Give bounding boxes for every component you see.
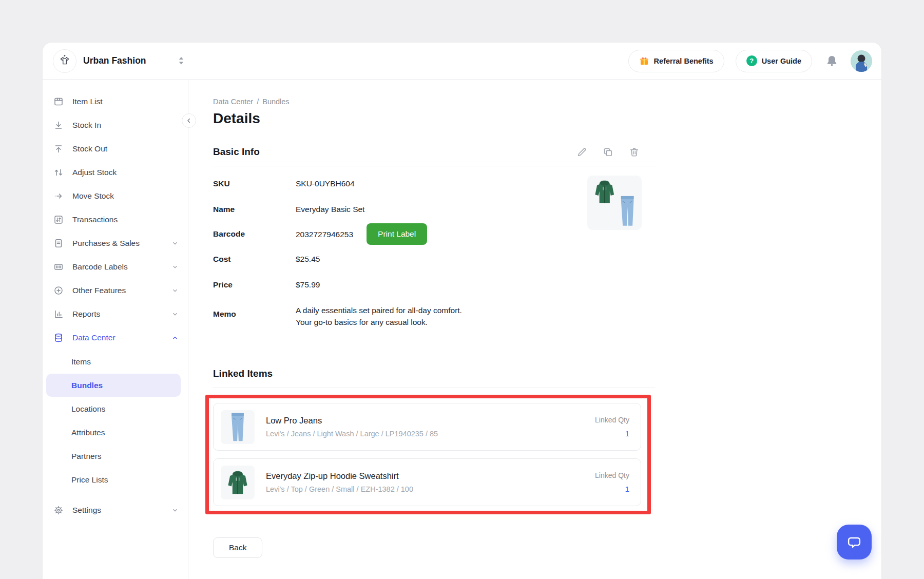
barcode-icon [53,262,64,272]
back-button[interactable]: Back [213,537,262,558]
memo-label: Memo [213,304,296,319]
gear-icon [53,505,64,515]
sidebar-item-purchases-sales[interactable]: Purchases & Sales [43,231,188,255]
linked-item-row[interactable]: Low Pro Jeans Levi's / Jeans / Light Was… [213,403,641,451]
linked-item-attributes: Levi's / Jeans / Light Wash / Large / LP… [266,430,438,438]
basic-info-heading: Basic Info [213,146,260,158]
linked-items-heading: Linked Items [213,368,273,379]
sidebar-item-stock-out[interactable]: Stock Out [43,137,188,161]
page-title: Details [213,110,655,127]
sidebar-subitem-bundles[interactable]: Bundles [46,374,181,397]
chevron-down-icon [171,310,179,318]
jeans-product-image [221,410,255,444]
app-window: Urban Fashion Referral Benefi [43,43,881,579]
sidebar: Item List Stock In Stock Out Adjust Stoc… [43,80,188,579]
sidebar-item-barcode-labels[interactable]: Barcode Labels [43,255,188,279]
chevron-down-icon [171,506,179,514]
hoodie-product-image [221,466,255,499]
sidebar-item-item-list[interactable]: Item List [43,90,188,113]
delete-trash-icon[interactable] [629,147,640,158]
sidebar-item-adjust-stock[interactable]: Adjust Stock [43,161,188,184]
sidebar-item-other-features[interactable]: Other Features [43,279,188,302]
sidebar-subitem-label: Price Lists [71,475,108,485]
duplicate-copy-icon[interactable] [603,147,613,158]
workspace-switcher[interactable]: Urban Fashion [53,49,184,73]
sidebar-item-settings[interactable]: Settings [43,498,188,522]
barcode-value: 2032727946253 [296,228,353,240]
cost-value: $25.45 [296,253,320,265]
sidebar-item-label: Purchases & Sales [72,239,140,248]
breadcrumb-separator: / [257,98,259,106]
user-guide-label: User Guide [762,57,801,65]
bar-chart-icon [53,309,64,319]
sidebar-item-data-center[interactable]: Data Center [43,326,188,350]
price-label: Price [213,280,296,290]
sidebar-collapse-button[interactable] [182,113,196,128]
linked-item-name: Low Pro Jeans [266,416,438,426]
sidebar-subitem-attributes[interactable]: Attributes [46,421,181,444]
workspace-logo-icon [53,49,76,73]
sidebar-subitem-items[interactable]: Items [46,350,181,373]
sku-value: SKU-0UYBH604 [296,178,355,189]
breadcrumb: Data Center / Bundles [213,98,655,106]
sidebar-item-label: Transactions [72,215,118,224]
memo-value: A daily essentials set paired for all-da… [296,304,462,328]
sidebar-item-reports[interactable]: Reports [43,302,188,326]
linked-qty-label: Linked Qty [595,471,629,479]
user-guide-button[interactable]: ? User Guide [736,50,812,72]
workspace-switch-arrows-icon [178,56,184,65]
sidebar-subitem-partners[interactable]: Partners [46,445,181,468]
bundle-product-image [587,176,642,230]
plus-circle-icon [53,285,64,296]
sidebar-item-label: Stock In [72,121,101,130]
arrows-up-down-icon [53,167,64,178]
linked-qty-label: Linked Qty [595,416,629,424]
linked-item-row[interactable]: Everyday Zip-up Hoodie Sweatshirt Levi's… [213,458,641,506]
chat-launcher-button[interactable] [837,525,872,559]
sidebar-item-move-stock[interactable]: Move Stock [43,184,188,208]
arrow-up-from-line-icon [53,144,64,154]
chevron-down-icon [171,263,179,271]
name-label: Name [213,205,296,214]
arrow-down-to-line-icon [53,120,64,130]
notifications-bell-icon[interactable] [825,54,838,67]
sidebar-item-transactions[interactable]: Transactions [43,208,188,231]
sidebar-item-label: Adjust Stock [72,168,117,177]
topbar-actions: Referral Benefits ? User Guide [628,50,872,72]
sidebar-subitem-label: Items [71,357,91,366]
breadcrumb-bundles[interactable]: Bundles [262,98,289,106]
sidebar-item-stock-in[interactable]: Stock In [43,113,188,137]
gift-icon [639,56,649,66]
sidebar-subitem-label: Partners [71,452,102,461]
breadcrumb-data-center[interactable]: Data Center [213,98,253,106]
linked-qty-value: 1 [595,429,629,438]
print-label-button[interactable]: Print Label [367,223,427,245]
section-divider [213,388,655,388]
avatar[interactable] [851,50,872,72]
edit-pencil-icon[interactable] [576,147,587,158]
main-content: Data Center / Bundles Details Basic Info [188,80,655,579]
question-icon: ? [746,55,757,66]
referral-benefits-button[interactable]: Referral Benefits [628,50,724,72]
price-value: $75.99 [296,279,320,291]
memo-line-1: A daily essentials set paired for all-da… [296,306,462,315]
chevron-up-icon [171,334,179,342]
sidebar-item-label: Other Features [72,286,126,295]
sidebar-subitem-label: Locations [71,404,105,414]
sidebar-subitem-label: Attributes [71,428,105,437]
linked-item-attributes: Levi's / Top / Green / Small / EZH-1382 … [266,485,413,493]
chevron-down-icon [171,239,179,247]
barcode-label: Barcode [213,229,296,239]
sidebar-item-label: Stock Out [72,144,107,153]
database-icon [53,333,64,343]
sidebar-subitem-locations[interactable]: Locations [46,397,181,420]
sidebar-item-label: Item List [72,97,103,106]
annotation-highlight-box: Low Pro Jeans Levi's / Jeans / Light Was… [205,395,651,514]
sidebar-item-label: Data Center [72,333,116,342]
linked-qty-value: 1 [595,485,629,494]
sidebar-item-label: Barcode Labels [72,262,128,272]
dotted-arrow-right-icon [53,191,64,201]
workspace-name: Urban Fashion [83,55,146,66]
sidebar-item-label: Reports [72,310,100,319]
sidebar-subitem-price-lists[interactable]: Price Lists [46,468,181,491]
